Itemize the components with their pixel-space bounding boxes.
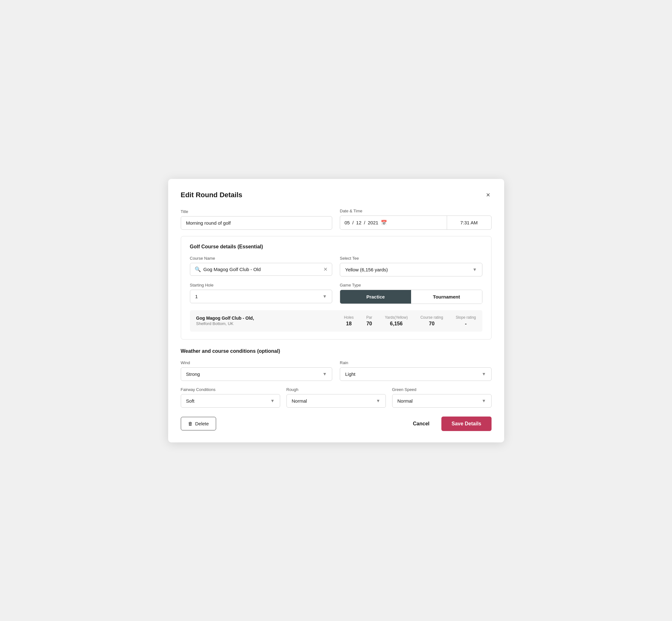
course-info-name: Gog Magog Golf Club - Old,	[196, 316, 332, 321]
title-label: Title	[181, 209, 333, 214]
rough-dropdown[interactable]: Normal ▼	[287, 394, 386, 408]
wind-label: Wind	[181, 360, 333, 365]
chevron-down-icon: ▼	[323, 294, 327, 299]
title-group: Title	[181, 209, 333, 230]
title-datetime-row: Title Date & Time 05 / 12 / 2021 📅 7:31 …	[181, 209, 492, 230]
par-stat: Par 70	[366, 315, 372, 327]
holes-label: Holes	[344, 315, 354, 320]
time-value: 7:31 AM	[460, 220, 478, 225]
fairway-label: Fairway Conditions	[181, 387, 280, 392]
save-button[interactable]: Save Details	[442, 417, 491, 431]
rough-label: Rough	[287, 387, 386, 392]
course-rating-value: 70	[420, 321, 443, 327]
chevron-down-icon: ▼	[323, 371, 327, 376]
weather-section: Weather and course conditions (optional)…	[181, 348, 492, 408]
green-speed-dropdown[interactable]: Normal ▼	[392, 394, 492, 408]
yards-stat: Yards(Yellow) 6,156	[385, 315, 408, 327]
course-info-location: Shelford Bottom, UK	[196, 321, 332, 326]
trash-icon: 🗑	[188, 421, 193, 426]
par-label: Par	[366, 315, 372, 320]
chevron-down-icon: ▼	[270, 398, 275, 403]
slope-rating-label: Slope rating	[456, 315, 476, 320]
date-day: 12	[356, 220, 362, 225]
modal-title: Edit Round Details	[181, 191, 243, 199]
slope-rating-value: -	[456, 321, 476, 327]
starting-hole-label: Starting Hole	[190, 283, 333, 287]
weather-title: Weather and course conditions (optional)	[181, 348, 492, 354]
practice-button[interactable]: Practice	[340, 290, 411, 303]
game-type-toggle: Practice Tournament	[340, 290, 482, 304]
chevron-down-icon: ▼	[376, 398, 380, 403]
game-type-label: Game Type	[340, 283, 482, 287]
starting-hole-dropdown[interactable]: 1 ▼	[190, 290, 333, 303]
conditions-row: Fairway Conditions Soft ▼ Rough Normal ▼…	[181, 387, 492, 408]
course-rating-stat: Course rating 70	[420, 315, 443, 327]
course-rating-label: Course rating	[420, 315, 443, 320]
footer-right: Cancel Save Details	[407, 417, 492, 431]
select-tee-value: Yellow (6,156 yards)	[345, 267, 388, 272]
yards-label: Yards(Yellow)	[385, 315, 408, 320]
rain-label: Rain	[340, 360, 492, 365]
green-speed-group: Green Speed Normal ▼	[392, 387, 492, 408]
rain-group: Rain Light ▼	[340, 360, 492, 381]
date-sep2: /	[364, 220, 365, 225]
datetime-group: Date & Time 05 / 12 / 2021 📅 7:31 AM	[340, 209, 492, 230]
select-tee-label: Select Tee	[340, 256, 482, 261]
fairway-value: Soft	[186, 398, 195, 404]
course-name-input[interactable]	[204, 266, 321, 272]
wind-dropdown[interactable]: Strong ▼	[181, 367, 333, 381]
starting-hole-group: Starting Hole 1 ▼	[190, 283, 333, 304]
clear-course-button[interactable]: ✕	[323, 266, 328, 272]
chevron-down-icon: ▼	[482, 398, 486, 403]
rough-value: Normal	[292, 398, 307, 404]
slope-rating-stat: Slope rating -	[456, 315, 476, 327]
rough-group: Rough Normal ▼	[287, 387, 386, 408]
par-value: 70	[366, 321, 372, 327]
date-year: 2021	[368, 220, 378, 225]
course-name-block: Gog Magog Golf Club - Old, Shelford Bott…	[196, 316, 332, 326]
search-icon: 🔍	[195, 266, 201, 272]
starting-hole-value: 1	[195, 294, 198, 299]
time-part[interactable]: 7:31 AM	[447, 216, 491, 230]
chevron-down-icon: ▼	[473, 267, 477, 272]
title-input[interactable]	[181, 216, 333, 230]
course-tee-row: Course Name 🔍 ✕ Select Tee Yellow (6,156…	[190, 256, 482, 277]
golf-course-section: Golf Course details (Essential) Course N…	[181, 236, 492, 339]
chevron-down-icon: ▼	[482, 371, 486, 376]
yards-value: 6,156	[385, 321, 408, 327]
holes-stat: Holes 18	[344, 315, 354, 327]
fairway-dropdown[interactable]: Soft ▼	[181, 394, 280, 408]
course-name-search-wrap[interactable]: 🔍 ✕	[190, 263, 333, 276]
close-button[interactable]: ×	[485, 190, 492, 200]
game-type-group: Game Type Practice Tournament	[340, 283, 482, 304]
golf-course-title: Golf Course details (Essential)	[190, 244, 482, 250]
tournament-button[interactable]: Tournament	[411, 290, 482, 303]
delete-label: Delete	[195, 421, 209, 426]
date-time-field: 05 / 12 / 2021 📅 7:31 AM	[340, 215, 492, 230]
wind-value: Strong	[186, 371, 200, 377]
course-name-label: Course Name	[190, 256, 333, 261]
modal-header: Edit Round Details ×	[181, 190, 492, 200]
select-tee-dropdown[interactable]: Yellow (6,156 yards) ▼	[340, 263, 482, 277]
wind-group: Wind Strong ▼	[181, 360, 333, 381]
holes-value: 18	[344, 321, 354, 327]
fairway-group: Fairway Conditions Soft ▼	[181, 387, 280, 408]
footer-row: 🗑 Delete Cancel Save Details	[181, 417, 492, 431]
delete-button[interactable]: 🗑 Delete	[181, 417, 216, 430]
rain-value: Light	[345, 371, 355, 377]
datetime-label: Date & Time	[340, 209, 492, 213]
date-part[interactable]: 05 / 12 / 2021 📅	[340, 216, 447, 230]
select-tee-group: Select Tee Yellow (6,156 yards) ▼	[340, 256, 482, 277]
rain-dropdown[interactable]: Light ▼	[340, 367, 492, 381]
green-speed-label: Green Speed	[392, 387, 492, 392]
edit-round-modal: Edit Round Details × Title Date & Time 0…	[168, 179, 504, 443]
course-info-row: Gog Magog Golf Club - Old, Shelford Bott…	[190, 310, 482, 332]
calendar-icon: 📅	[381, 220, 387, 225]
cancel-button[interactable]: Cancel	[407, 417, 435, 430]
green-speed-value: Normal	[397, 398, 413, 404]
date-sep1: /	[352, 220, 354, 225]
course-name-group: Course Name 🔍 ✕	[190, 256, 333, 277]
wind-rain-row: Wind Strong ▼ Rain Light ▼	[181, 360, 492, 381]
hole-gametype-row: Starting Hole 1 ▼ Game Type Practice Tou…	[190, 283, 482, 304]
date-month: 05	[344, 220, 350, 225]
